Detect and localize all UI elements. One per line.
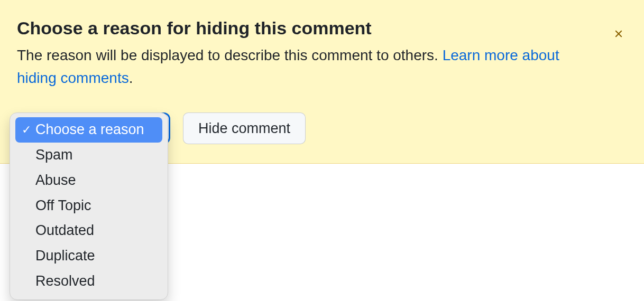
dropdown-option-outdated[interactable]: ✓ Outdated <box>15 218 162 243</box>
dropdown-option-placeholder[interactable]: ✓ Choose a reason <box>15 117 162 143</box>
dropdown-option-label: Spam <box>35 145 73 165</box>
dropdown-option-label: Off Topic <box>35 196 91 216</box>
hide-comment-banner: Choose a reason for hiding this comment … <box>0 0 644 164</box>
close-icon <box>613 28 624 40</box>
reason-dropdown: ✓ Choose a reason ✓ Spam ✓ Abuse ✓ Off T… <box>10 112 168 300</box>
dropdown-option-label: Duplicate <box>35 246 95 266</box>
checkmark-icon: ✓ <box>20 122 33 138</box>
dropdown-option-duplicate[interactable]: ✓ Duplicate <box>15 243 162 269</box>
dropdown-option-resolved[interactable]: ✓ Resolved <box>15 269 162 294</box>
hide-comment-button[interactable]: Hide comment <box>183 112 306 144</box>
banner-description-text: The reason will be displayed to describe… <box>17 47 443 63</box>
reason-select-wrap: ✓ Choose a reason ✓ Spam ✓ Abuse ✓ Off T… <box>17 112 170 144</box>
dropdown-option-label: Abuse <box>35 171 76 191</box>
banner-description: The reason will be displayed to describe… <box>17 44 566 90</box>
dropdown-option-off-topic[interactable]: ✓ Off Topic <box>15 193 162 219</box>
dropdown-option-spam[interactable]: ✓ Spam <box>15 143 162 168</box>
controls-row: ✓ Choose a reason ✓ Spam ✓ Abuse ✓ Off T… <box>17 112 627 144</box>
dropdown-option-abuse[interactable]: ✓ Abuse <box>15 168 162 193</box>
banner-description-suffix: . <box>129 70 133 86</box>
dropdown-option-label: Outdated <box>35 221 94 241</box>
dropdown-option-label: Resolved <box>35 271 95 291</box>
banner-title: Choose a reason for hiding this comment <box>17 17 627 40</box>
dropdown-option-label: Choose a reason <box>35 120 144 140</box>
close-button[interactable] <box>612 27 625 40</box>
